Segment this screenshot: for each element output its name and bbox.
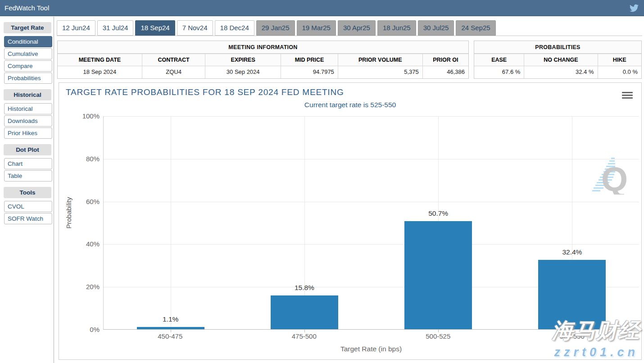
- value-meeting-date: 18 Sep 2024: [58, 66, 142, 78]
- tab-30-apr25[interactable]: 30 Apr25: [338, 20, 376, 36]
- sidebar-item-table[interactable]: Table: [4, 170, 52, 182]
- sidebar-header-target-rate: Target Rate: [4, 22, 51, 33]
- col-mid-price: MID PRICE: [281, 54, 338, 66]
- y-axis-title: Probability: [65, 184, 73, 242]
- sidebar-item-chart[interactable]: Chart: [4, 158, 52, 169]
- ytick-100: 100%: [59, 112, 100, 120]
- col-prior-oi: PRIOR OI: [423, 54, 468, 66]
- sidebar-item-compare[interactable]: Compare: [4, 60, 52, 72]
- sidebar-item-cumulative[interactable]: Cumulative: [4, 48, 52, 59]
- chart-menu-icon[interactable]: [622, 92, 633, 100]
- sidebar: Target Rate Conditional Cumulative Compa…: [0, 17, 54, 363]
- site-watermark-url: zzrt01.cn: [554, 345, 639, 359]
- bar-475-500[interactable]: [271, 295, 338, 329]
- probabilities-header-row: EASE NO CHANGE HIKE: [474, 54, 641, 66]
- bar-group-500-525: 50.7%: [372, 116, 505, 329]
- value-prior-volume: 5,375: [338, 66, 423, 78]
- site-watermark-cjk: 海马财经: [552, 317, 640, 345]
- tab-18-jun25[interactable]: 18 Jun25: [377, 20, 416, 36]
- sidebar-item-downloads[interactable]: Downloads: [4, 115, 52, 127]
- tab-19-mar25[interactable]: 19 Mar25: [297, 20, 336, 36]
- probabilities-table: PROBABILITIES EASE NO CHANGE HIKE 67.6 %…: [474, 41, 642, 79]
- col-expires: EXPIRES: [205, 54, 281, 66]
- bar-group-450-475: 1.1%: [104, 116, 237, 329]
- meeting-tab-bar: 12 Jun24 31 Jul24 18 Sep24 7 Nov24 18 De…: [57, 20, 642, 36]
- sidebar-item-conditional[interactable]: Conditional: [4, 36, 52, 47]
- chart-subtitle: Current target rate is 525-550: [59, 101, 641, 109]
- ytick-20: 20%: [59, 283, 100, 290]
- col-contract: CONTRACT: [142, 54, 205, 66]
- col-hike: HIKE: [598, 54, 641, 66]
- xlabel-500-525: 500-525: [371, 332, 505, 340]
- bar-group-475-500: 15.8%: [237, 116, 371, 329]
- svg-text:Q: Q: [601, 160, 627, 195]
- tab-31-jul24[interactable]: 31 Jul24: [97, 20, 134, 36]
- col-prior-volume: PRIOR VOLUME: [338, 54, 423, 66]
- sidebar-item-prior-hikes[interactable]: Prior Hikes: [4, 127, 52, 139]
- bar-value-label: 15.8%: [237, 284, 371, 292]
- plot-area: 1.1% 15.8% 50.7% 32.4%: [103, 116, 639, 330]
- value-prior-oi: 46,386: [423, 66, 468, 78]
- sidebar-header-historical: Historical: [4, 89, 51, 100]
- bar-450-475[interactable]: [137, 327, 204, 329]
- col-no-change: NO CHANGE: [524, 54, 598, 66]
- bar-group-525-550: 32.4%: [505, 116, 639, 329]
- sidebar-header-tools: Tools: [4, 187, 51, 198]
- tab-29-jan25[interactable]: 29 Jan25: [256, 20, 295, 36]
- sidebar-item-sofr-watch[interactable]: SOFR Watch: [4, 213, 52, 224]
- sidebar-item-historical[interactable]: Historical: [4, 103, 52, 114]
- ytick-0: 0%: [59, 326, 100, 333]
- value-hike: 0.0 %: [598, 66, 641, 78]
- value-ease: 67.6 %: [474, 66, 524, 78]
- bar-value-label: 1.1%: [104, 315, 237, 323]
- bar-500-525[interactable]: [404, 221, 472, 329]
- meeting-information-header-row: MEETING DATE CONTRACT EXPIRES MID PRICE …: [58, 54, 468, 66]
- col-meeting-date: MEETING DATE: [58, 54, 142, 66]
- probabilities-title: PROBABILITIES: [474, 41, 641, 54]
- tab-7-nov24[interactable]: 7 Nov24: [177, 20, 213, 36]
- meeting-information-value-row: 18 Sep 2024 ZQU4 30 Sep 2024 94.7975 5,3…: [58, 66, 468, 78]
- sidebar-header-dot-plot: Dot Plot: [4, 144, 51, 155]
- main-area: 12 Jun24 31 Jul24 18 Sep24 7 Nov24 18 De…: [54, 17, 644, 363]
- tab-24-sep25[interactable]: 24 Sep25: [456, 20, 495, 36]
- quikstrike-logo-watermark: Q: [591, 156, 627, 195]
- fedwatch-page: FedWatch Tool Target Rate Conditional Cu…: [0, 0, 644, 363]
- tab-12-jun24[interactable]: 12 Jun24: [57, 20, 95, 36]
- chart-title: TARGET RATE PROBABILITIES FOR 18 SEP 202…: [66, 87, 344, 97]
- tab-30-jul25[interactable]: 30 Jul25: [418, 20, 454, 36]
- top-bar: FedWatch Tool: [0, 0, 644, 16]
- meeting-information-table: MEETING INFORMATION MEETING DATE CONTRAC…: [57, 41, 469, 79]
- meeting-information-title: MEETING INFORMATION: [58, 41, 468, 54]
- tab-18-dec24[interactable]: 18 Dec24: [215, 20, 254, 36]
- value-no-change: 32.4 %: [524, 66, 598, 78]
- sidebar-item-probabilities[interactable]: Probabilities: [4, 73, 52, 84]
- target-rate-chart: TARGET RATE PROBABILITIES FOR 18 SEP 202…: [59, 82, 642, 360]
- app-title: FedWatch Tool: [0, 4, 49, 12]
- tab-18-sep24[interactable]: 18 Sep24: [135, 20, 175, 36]
- value-expires: 30 Sep 2024: [205, 66, 281, 78]
- sidebar-item-cvol[interactable]: CVOL: [4, 201, 52, 212]
- probabilities-value-row: 67.6 % 32.4 % 0.0 %: [474, 66, 641, 78]
- twitter-icon[interactable]: [630, 4, 639, 13]
- xlabel-475-500: 475-500: [237, 332, 372, 340]
- bar-value-label: 50.7%: [372, 209, 505, 218]
- value-contract: ZQU4: [142, 66, 205, 78]
- xlabel-450-475: 450-475: [103, 332, 237, 340]
- value-mid-price: 94.7975: [281, 66, 338, 78]
- bar-value-label: 32.4%: [505, 248, 639, 256]
- ytick-80: 80%: [59, 155, 100, 163]
- col-ease: EASE: [474, 54, 524, 66]
